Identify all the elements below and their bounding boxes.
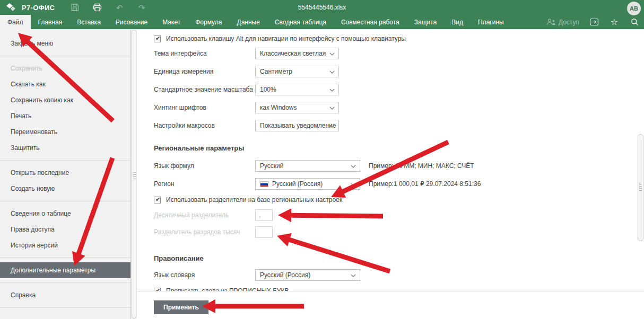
apply-button[interactable]: Применить: [154, 300, 208, 314]
tab-formula[interactable]: Формула: [188, 15, 229, 29]
search-icon[interactable]: [629, 17, 640, 28]
tab-plugins[interactable]: Плагины: [471, 15, 511, 29]
tab-draw[interactable]: Рисование: [108, 15, 155, 29]
open-file-location-icon[interactable]: [589, 17, 599, 28]
alt-navigation-label: Использовать клавишу Alt для навигации п…: [166, 35, 406, 42]
sidebar-divider: [0, 56, 130, 56]
region-label: Регион: [154, 180, 255, 188]
sidebar-item-save-copy-as[interactable]: Сохранить копию как: [0, 92, 130, 108]
chevron-down-icon: [351, 274, 356, 277]
regional-separators-checkbox[interactable]: [154, 197, 161, 203]
thousands-separator-input[interactable]: [255, 226, 273, 238]
dictionary-language-value: Русский (Россия): [260, 271, 310, 279]
formula-language-label: Язык формул: [154, 162, 255, 170]
default-zoom-label: Стандартное значение масштаба: [154, 86, 255, 93]
region-select[interactable]: Русский (Россия): [255, 178, 360, 190]
interface-theme-label: Тема интерфейса: [154, 50, 255, 57]
sidebar-item-save: Сохранить: [0, 60, 130, 76]
redo-icon[interactable]: ↷: [136, 2, 147, 13]
font-hinting-row: Хинтинг шрифтов как Windows: [154, 99, 644, 117]
users-icon: [546, 19, 556, 25]
access-label: Доступ: [559, 19, 579, 26]
favorites-star-icon[interactable]: ☆: [609, 17, 620, 28]
formula-language-select[interactable]: Русский: [255, 160, 360, 172]
quick-access-toolbar: ↶ ↷: [69, 2, 147, 13]
chevron-down-icon: [351, 165, 356, 168]
measurement-unit-value: Сантиметр: [260, 68, 292, 75]
app-logo-text: Р7-ОФИС: [22, 4, 55, 12]
file-menu: Закрыть менюСохранитьСкачать какСохранит…: [0, 29, 131, 319]
sidebar-item-version-history[interactable]: История версий: [0, 237, 130, 253]
macros-settings-value: Показывать уведомление: [260, 122, 336, 129]
tab-home[interactable]: Главная: [31, 15, 70, 29]
sidebar-scrollbar[interactable]: [131, 29, 137, 319]
menu-tabs: ФайлГлавнаяВставкаРисованиеМакетФормулаД…: [0, 15, 511, 29]
r7-logo-icon: [6, 3, 18, 12]
save-icon[interactable]: [69, 2, 80, 13]
tab-protection[interactable]: Защита: [407, 15, 445, 29]
sidebar-item-open-recent[interactable]: Открыть последние: [0, 165, 130, 181]
default-zoom-select[interactable]: 100%: [255, 84, 339, 95]
chevron-down-icon: [329, 125, 335, 128]
sidebar-item-create-new[interactable]: Создать новую: [0, 181, 130, 197]
undo-icon[interactable]: ↶: [114, 2, 125, 13]
sidebar-item-rename[interactable]: Переименовать: [0, 124, 130, 140]
sidebar-divider: [0, 258, 130, 258]
font-hinting-select[interactable]: как Windows: [255, 102, 339, 113]
sidebar-item-close-menu[interactable]: Закрыть меню: [0, 36, 130, 51]
user-avatar[interactable]: AB: [627, 2, 641, 15]
main-scrollbar-thumb[interactable]: [638, 134, 643, 241]
default-zoom-row: Стандартное значение масштаба 100%: [154, 81, 644, 99]
sidebar-item-help[interactable]: Справка: [0, 287, 130, 303]
print-icon[interactable]: [92, 2, 102, 13]
tab-pivot-table[interactable]: Сводная таблица: [267, 15, 334, 29]
access-button[interactable]: Доступ: [546, 19, 579, 26]
russia-flag-icon: [260, 181, 268, 187]
alt-navigation-checkbox[interactable]: [154, 36, 161, 42]
interface-theme-value: Классическая светлая: [260, 50, 326, 57]
macros-settings-row: Настройки макросов Показывать уведомлени…: [154, 117, 644, 135]
sidebar-item-advanced-settings[interactable]: Дополнительные параметры: [0, 262, 130, 278]
tab-layout[interactable]: Макет: [155, 15, 188, 29]
scrollbar-grip: [639, 184, 642, 192]
region-example: Пример:1 000,01 ₽ 29.07.2024 8:51:36: [369, 180, 481, 188]
tab-collaboration[interactable]: Совместная работа: [334, 15, 407, 29]
dictionary-language-label: Язык словаря: [154, 271, 255, 279]
sidebar-item-access-rights[interactable]: Права доступа: [0, 221, 130, 237]
sidebar-divider: [0, 201, 130, 201]
sidebar-divider: [0, 307, 130, 308]
decimal-separator-label: Десятичный разделитель: [154, 211, 255, 219]
sidebar-divider: [0, 160, 130, 161]
dictionary-language-select[interactable]: Русский (Россия): [255, 269, 360, 281]
thousands-separator-row: Разделитель разрядов тысяч: [154, 224, 644, 241]
decimal-separator-input[interactable]: ,: [255, 209, 273, 221]
formula-language-value: Русский: [260, 162, 284, 170]
measurement-unit-label: Единица измерения: [154, 68, 255, 75]
measurement-unit-select[interactable]: Сантиметр: [255, 66, 339, 77]
sidebar-item-download-as[interactable]: Скачать как: [0, 76, 130, 92]
region-value: Русский (Россия): [272, 180, 323, 188]
tab-insert[interactable]: Вставка: [69, 15, 108, 29]
region-row: Регион Русский (Россия) Пример:1 000,01 …: [154, 175, 644, 193]
sidebar-item-protect[interactable]: Защитить: [0, 140, 130, 156]
sidebar-item-print[interactable]: Печать: [0, 108, 130, 124]
chevron-down-icon: [329, 88, 335, 92]
spelling-header: Правописание: [154, 252, 644, 264]
sidebar-item-spreadsheet-info[interactable]: Сведения о таблице: [0, 206, 130, 221]
sidebar-scrollbar-thumb[interactable]: [132, 30, 136, 318]
regional-settings-header: Региональные параметры: [154, 142, 644, 154]
tab-data[interactable]: Данные: [230, 15, 267, 29]
r7-office-spreadsheet-app: Р7-ОФИС ↶ ↷ 5545445546.xlsx AB: [0, 0, 644, 319]
dictionary-language-row: Язык словаря Русский (Россия): [154, 266, 644, 284]
scrollbar-grip: [133, 172, 136, 181]
chevron-down-icon: [329, 107, 335, 110]
regional-separators-label: Использовать разделители на базе региона…: [166, 196, 342, 203]
tabbar-right-tools: Доступ ☆: [546, 15, 640, 29]
tab-view[interactable]: Вид: [444, 15, 471, 29]
chevron-down-icon: [351, 183, 356, 186]
tab-file[interactable]: Файл: [0, 15, 31, 29]
thousands-separator-label: Разделитель разрядов тысяч: [154, 228, 255, 236]
interface-theme-select[interactable]: Классическая светлая: [255, 48, 339, 59]
macros-settings-select[interactable]: Показывать уведомление: [255, 120, 339, 131]
measurement-unit-row: Единица измерения Сантиметр: [154, 63, 644, 81]
